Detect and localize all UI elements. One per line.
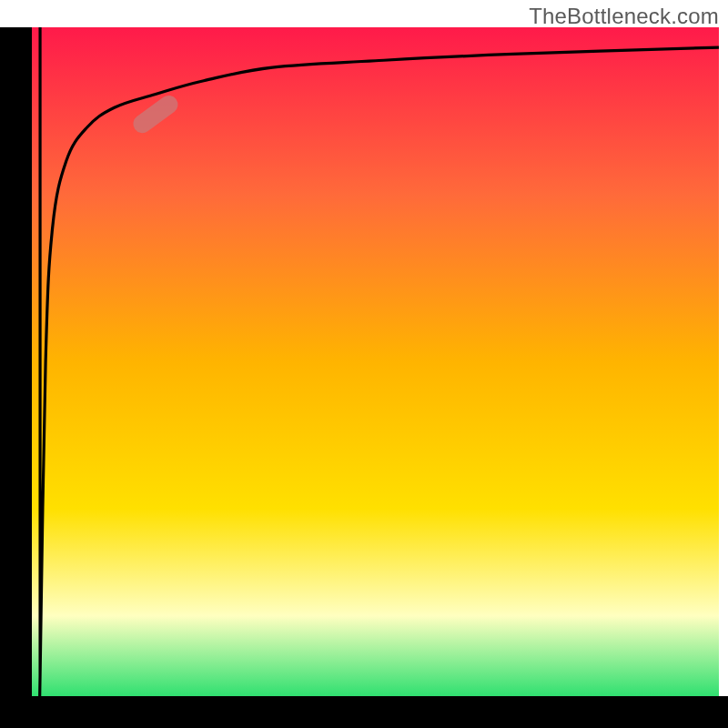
x-axis	[0, 696, 728, 728]
curve-layer	[32, 27, 719, 696]
bottleneck-chart: TheBottleneck.com	[0, 0, 728, 728]
y-axis	[0, 27, 32, 696]
watermark-text: TheBottleneck.com	[529, 4, 719, 29]
